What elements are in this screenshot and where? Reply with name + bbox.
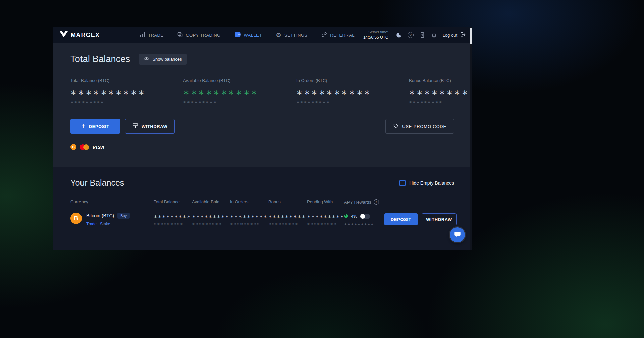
mastercard-icon (80, 144, 89, 150)
nav-item-trade[interactable]: TRADE (140, 32, 163, 38)
show-balances-label: Show balances (152, 57, 182, 62)
in-orders-cell: ∗∗∗∗∗∗∗∗∗ ∗∗∗∗∗∗∗∗∗ (230, 213, 268, 226)
margex-logo[interactable]: MARGEX (59, 31, 100, 39)
bitcoin-payment-icon: B (70, 144, 76, 150)
card-subvalue-masked: ∗∗∗∗∗∗∗∗∗ (70, 100, 183, 104)
apy-rewards-label: APY Rewards (344, 200, 371, 205)
eye-icon (144, 57, 149, 62)
balance-cards: Total Balance (BTC) ∗∗∗∗∗∗∗∗∗∗ ∗∗∗∗∗∗∗∗∗… (70, 78, 454, 104)
promo-label: USE PROMO CODE (402, 124, 446, 129)
top-navbar: MARGEX TRADE COPY TRADING WALLET (53, 27, 472, 43)
card-value-masked: ∗∗∗∗∗∗∗∗∗∗ (296, 88, 409, 97)
card-label: Available Balance (BTC) (183, 78, 296, 83)
nav-label-settings: SETTINGS (284, 33, 307, 38)
nav-label-referral: REFERRAL (330, 33, 355, 38)
row-actions: DEPOSIT WITHDRAW (384, 213, 457, 225)
show-balances-button[interactable]: Show balances (139, 54, 186, 65)
card-label: In Orders (BTC) (296, 78, 409, 83)
withdraw-icon (132, 123, 138, 130)
total-balances-section: Total Balances Show balances Total Balan… (53, 43, 472, 167)
mobile-app-icon[interactable] (419, 32, 425, 38)
table-row: B Bitcoin (BTC) Buy Trade Stake ∗∗∗∗∗∗∗∗… (70, 213, 454, 226)
app-window: MARGEX TRADE COPY TRADING WALLET (53, 27, 472, 250)
value-masked: ∗∗∗∗∗∗∗∗∗ (268, 213, 307, 219)
your-balances-section: Your Balances Hide Empty Balances Curren… (53, 167, 472, 250)
scrollbar-thumb[interactable] (470, 28, 472, 44)
logout-button[interactable]: Log out (443, 32, 466, 39)
deposit-label: DEPOSIT (89, 124, 109, 129)
promo-tag-icon (393, 123, 399, 130)
toggle-knob (360, 214, 365, 219)
total-balance-cell: ∗∗∗∗∗∗∗∗∗ ∗∗∗∗∗∗∗∗∗ (154, 213, 192, 226)
nav-label-copy-trading: COPY TRADING (186, 33, 220, 38)
nav-label-trade: TRADE (148, 33, 163, 38)
nav-item-referral[interactable]: REFERRAL (321, 32, 355, 38)
link-icon (321, 32, 327, 38)
subvalue-masked: ∗∗∗∗∗∗∗∗∗ (307, 222, 344, 226)
apy-toggle[interactable] (360, 214, 370, 219)
use-promo-code-button[interactable]: USE PROMO CODE (385, 119, 454, 134)
apy-value[interactable]: 4% (351, 214, 357, 219)
card-label: Total Balance (BTC) (70, 78, 183, 83)
card-label: Bonus Balance (BTC) (409, 78, 472, 83)
deposit-button[interactable]: + DEPOSIT (70, 119, 120, 134)
hide-empty-balances-control[interactable]: Hide Empty Balances (399, 180, 454, 186)
value-masked: ∗∗∗∗∗∗∗∗∗ (307, 213, 344, 219)
help-icon[interactable]: ? (408, 32, 414, 38)
card-in-orders: In Orders (BTC) ∗∗∗∗∗∗∗∗∗∗ ∗∗∗∗∗∗∗∗∗ (296, 78, 409, 104)
stake-link[interactable]: Stake (100, 222, 110, 226)
bar-chart-icon (140, 32, 145, 38)
subvalue-masked: ∗∗∗∗∗∗∗∗∗ (230, 222, 268, 226)
col-available-balance: Available Bala... (192, 199, 230, 204)
card-total-balance: Total Balance (BTC) ∗∗∗∗∗∗∗∗∗∗ ∗∗∗∗∗∗∗∗∗ (70, 78, 183, 104)
withdraw-label: WITHDRAW (142, 124, 168, 129)
value-masked: ∗∗∗∗∗∗∗∗∗ (192, 213, 230, 219)
hide-empty-label: Hide Empty Balances (409, 180, 454, 186)
your-balances-title: Your Balances (70, 178, 124, 188)
theme-moon-icon[interactable] (395, 32, 402, 38)
support-chat-button[interactable] (450, 227, 465, 242)
trade-link[interactable]: Trade (86, 222, 97, 226)
pie-chart-icon (344, 213, 348, 219)
plus-icon: + (81, 123, 85, 129)
nav-item-copy-trading[interactable]: COPY TRADING (177, 32, 220, 38)
subvalue-masked: ∗∗∗∗∗∗∗∗∗ (268, 222, 307, 226)
balances-table-header: Currency Total Balance Available Bala...… (70, 199, 454, 205)
value-masked: ∗∗∗∗∗∗∗∗∗ (154, 213, 192, 219)
card-value-masked: ∗∗∗∗∗∗∗∗∗∗ (70, 88, 183, 97)
buy-badge[interactable]: Buy (117, 213, 130, 219)
available-balance-cell: ∗∗∗∗∗∗∗∗∗ ∗∗∗∗∗∗∗∗∗ (192, 213, 230, 226)
visa-icon: VISA (92, 144, 105, 150)
nav-label-wallet: WALLET (244, 33, 262, 38)
bitcoin-coin-icon: B (70, 213, 82, 224)
card-value-masked: ∗∗∗∗∗∗∗∗∗∗ (409, 88, 472, 97)
logout-icon (460, 32, 466, 39)
hide-empty-checkbox[interactable] (399, 180, 406, 186)
nav-item-settings[interactable]: ⚙ SETTINGS (276, 32, 308, 38)
row-deposit-button[interactable]: DEPOSIT (384, 213, 418, 225)
nav-item-wallet[interactable]: WALLET (235, 32, 262, 38)
bonus-cell: ∗∗∗∗∗∗∗∗∗ ∗∗∗∗∗∗∗∗∗ (268, 213, 307, 226)
value-masked: ∗∗∗∗∗∗∗∗∗ (230, 213, 268, 219)
col-bonus: Bonus (268, 199, 307, 204)
question-glyph: ? (408, 32, 414, 38)
server-time-value: 14:56:55 UTC (363, 35, 388, 40)
brand-name: MARGEX (71, 32, 100, 39)
server-time-label: Server time: (363, 30, 388, 35)
subvalue-masked: ∗∗∗∗∗∗∗∗∗ (192, 222, 230, 226)
col-pending-withdrawals: Pending With... (307, 199, 344, 204)
withdraw-button[interactable]: WITHDRAW (125, 119, 175, 134)
scrollbar-track[interactable] (470, 27, 472, 250)
currency-cell: B Bitcoin (BTC) Buy Trade Stake (70, 213, 154, 226)
server-time: Server time: 14:56:55 UTC (363, 30, 388, 40)
col-currency: Currency (70, 199, 154, 204)
logout-label: Log out (443, 33, 457, 38)
margex-mark-icon (59, 31, 68, 39)
gear-icon: ⚙ (276, 32, 282, 38)
row-withdraw-button[interactable]: WITHDRAW (422, 213, 457, 225)
subvalue-masked: ∗∗∗∗∗∗∗∗∗ (154, 222, 192, 226)
copy-icon (177, 32, 183, 38)
notifications-bell-icon[interactable] (431, 32, 437, 38)
info-icon[interactable]: i (374, 199, 379, 205)
payment-methods: B VISA (70, 144, 454, 150)
